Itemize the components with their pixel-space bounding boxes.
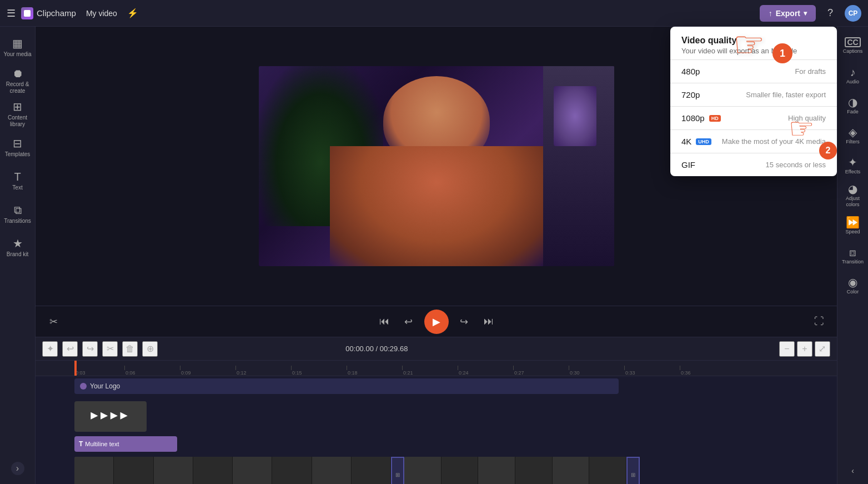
quality-option-4k[interactable]: 4K UHD Make the most of your 4K media: [670, 130, 837, 153]
text-icon: T: [14, 171, 21, 182]
video-title[interactable]: My video: [82, 7, 122, 20]
ruler-mark: 0:36: [680, 366, 735, 376]
undo-button[interactable]: ↩: [62, 341, 78, 357]
export-label: Export: [776, 9, 800, 18]
right-panel-collapse-arrow[interactable]: ‹: [851, 466, 854, 475]
sidebar-label-content-library: Content library: [3, 114, 32, 128]
fullscreen-button[interactable]: ⛶: [810, 313, 828, 331]
timeline-ruler: 0:03 0:06 0:09 0:12 0:15 0:18 0:21 0:24 …: [36, 361, 837, 376]
ruler-marks: 0:03 0:06 0:09 0:12 0:15 0:18 0:21 0:24 …: [74, 361, 735, 376]
sidebar-item-record-create[interactable]: ⏺ Record & create: [1, 64, 34, 98]
avatar[interactable]: CP: [845, 5, 861, 22]
sidebar-label-your-media: Your media: [3, 51, 31, 58]
sidebar-item-your-media[interactable]: ▦ Your media: [1, 31, 34, 64]
magic-shortcut-button[interactable]: ✦: [42, 341, 58, 357]
ruler-mark: 0:27: [513, 366, 569, 376]
quality-option-720p[interactable]: 720p Smaller file, faster export: [670, 83, 837, 106]
forward-button[interactable]: ↪: [455, 313, 473, 331]
preview-right-controls: ⛶: [810, 313, 828, 331]
quality-option-gif[interactable]: GIF 15 seconds or less: [670, 153, 837, 176]
timeline-playhead[interactable]: [74, 361, 77, 376]
quality-name-720p: 720p: [681, 90, 700, 99]
help-button[interactable]: ?: [821, 4, 839, 22]
export-button[interactable]: ↑ Export ▾: [760, 5, 816, 22]
zoom-out-button[interactable]: −: [779, 341, 795, 357]
text-clip[interactable]: T Multiline text: [74, 436, 177, 452]
video-clip-segment-1[interactable]: [74, 457, 391, 485]
filters-icon: ◈: [849, 127, 857, 138]
app-logo: Clipchamp: [21, 7, 76, 19]
video-preview: [259, 66, 614, 266]
sidebar-label-transitions: Transitions: [4, 218, 31, 224]
text-track-content: T Multiline text: [74, 434, 837, 454]
rp-item-speed[interactable]: ⏩ Speed: [839, 211, 867, 240]
export-dropdown-icon: ▾: [804, 9, 807, 17]
motion-arrows-icon: ◄◄◄◄: [91, 409, 130, 423]
quality-desc-4k: Make the most of your 4K media: [722, 137, 826, 146]
quality-desc-720p: Smaller file, faster export: [746, 91, 826, 99]
redo-button[interactable]: ↪: [82, 341, 98, 357]
clip-edit-marker-1[interactable]: ⊞: [391, 457, 404, 485]
ruler-mark: 0:06: [124, 366, 180, 376]
go-to-end-button[interactable]: ⏭: [480, 313, 498, 331]
transition-icon: ⧈: [849, 247, 856, 258]
video-clip-segment-2[interactable]: [404, 457, 626, 485]
rp-item-adjust-colors[interactable]: ◕ Adjust colors: [839, 181, 867, 210]
crop-button[interactable]: ✂: [44, 313, 62, 331]
rp-label-speed: Speed: [845, 229, 860, 235]
play-button[interactable]: ▶: [424, 310, 449, 334]
film-frame: [74, 457, 114, 485]
quality-left-720p: 720p: [681, 90, 700, 99]
film-frame: [312, 457, 352, 485]
text-track-row: T Multiline text: [36, 434, 837, 454]
film-frame: [154, 457, 193, 485]
content-library-icon: ⊞: [13, 101, 22, 112]
rp-item-audio[interactable]: ♪ Audio: [839, 61, 867, 90]
sidebar-item-text[interactable]: T Text: [1, 164, 34, 198]
adjust-colors-icon: ◕: [848, 183, 857, 194]
hamburger-icon[interactable]: ☰: [7, 7, 16, 19]
film-frame: [515, 457, 553, 485]
sidebar-label-text: Text: [12, 184, 22, 191]
clip-edit-marker-2[interactable]: ⊞: [626, 457, 640, 485]
sidebar-label-brand-kit: Brand kit: [7, 251, 28, 258]
quality-left-4k: 4K UHD: [681, 137, 711, 146]
fit-timeline-button[interactable]: ⤢: [815, 341, 830, 357]
effects-icon: ✦: [848, 157, 857, 168]
audio-icon: ♪: [850, 67, 856, 78]
quality-option-480p[interactable]: 480p For drafts: [670, 60, 837, 83]
rewind-button[interactable]: ↩: [400, 313, 418, 331]
sidebar-label-record: Record & create: [3, 81, 32, 94]
sidebar-item-templates[interactable]: ⊟ Templates: [1, 131, 34, 164]
duplicate-button[interactable]: ⊕: [142, 341, 158, 357]
text-clip-label: Multiline text: [85, 441, 119, 447]
rp-item-fade[interactable]: ◑ Fade: [839, 91, 867, 120]
delete-button[interactable]: 🗑: [122, 341, 138, 357]
rp-label-effects: Effects: [845, 169, 860, 175]
sidebar-item-brand-kit[interactable]: ★ Brand kit: [1, 231, 34, 265]
video-track-row: ⊞ ⊞: [36, 455, 837, 484]
zoom-in-button[interactable]: +: [797, 341, 812, 357]
rp-label-adjust-colors: Adjust colors: [841, 196, 865, 208]
record-icon: ⏺: [12, 68, 23, 79]
logo-track-clip[interactable]: Your Logo: [74, 378, 619, 394]
go-to-start-button[interactable]: ⏮: [375, 313, 393, 331]
motion-clip[interactable]: ◄◄◄◄: [74, 401, 147, 432]
logo-dot: [80, 383, 87, 390]
sidebar-item-transitions[interactable]: ⧉ Transitions: [1, 198, 34, 231]
sidebar-collapse-btn[interactable]: ›: [11, 462, 24, 475]
preview-left-controls: ✂: [44, 313, 62, 331]
sidebar-item-content-library[interactable]: ⊞ Content library: [1, 98, 34, 131]
rp-item-filters[interactable]: ◈ Filters: [839, 121, 867, 150]
quality-badge-uhd: UHD: [696, 138, 711, 145]
rp-item-transition[interactable]: ⧈ Transition: [839, 241, 867, 270]
tl-zoom-controls: − + ⤢: [779, 341, 830, 357]
quality-option-1080p[interactable]: 1080p HD High quality: [670, 107, 837, 129]
rp-item-captions[interactable]: CC Captions: [839, 31, 867, 60]
rp-label-captions: Captions: [843, 48, 863, 54]
rp-item-effects[interactable]: ✦ Effects: [839, 151, 867, 180]
cut-button[interactable]: ✂: [102, 341, 118, 357]
topbar-left: ☰ Clipchamp My video ⚡: [7, 7, 753, 20]
film-frame: [233, 457, 272, 485]
rp-item-color[interactable]: ◉ Color: [839, 271, 867, 300]
